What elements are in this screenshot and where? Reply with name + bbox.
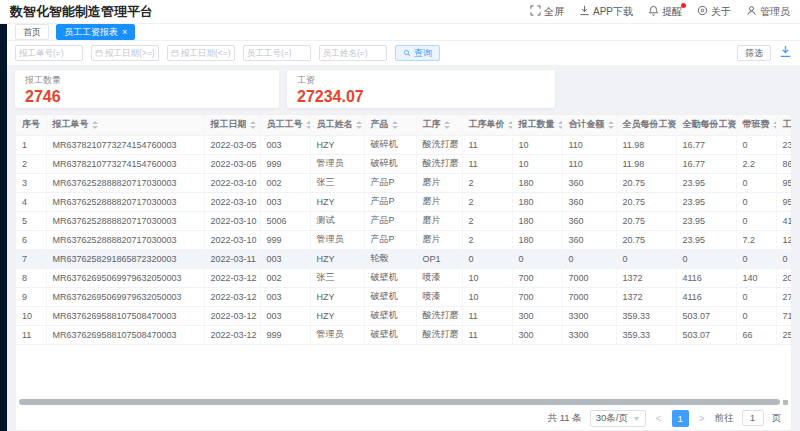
cell-all-amount: 3300 (562, 325, 616, 344)
table-row[interactable]: 11MR63762695881075084700032022-03-12999管… (16, 325, 792, 344)
page-size-select[interactable]: 30条/页 ▼ (590, 410, 646, 427)
sort-icon[interactable] (356, 121, 362, 129)
stat-value: 27234.07 (297, 88, 545, 106)
cell-process: 磨片 (416, 173, 462, 192)
cell-report-qty: 10 (512, 135, 562, 154)
horizontal-scrollbar[interactable] (16, 398, 791, 406)
sort-icon[interactable] (306, 121, 311, 129)
topmenu-item-app-download[interactable]: APP下载 (579, 5, 633, 19)
cell-report-qty: 300 (512, 325, 562, 344)
table-row[interactable]: 4MR63762528888207170300032022-03-10003HZ… (16, 192, 792, 211)
about-icon (697, 5, 708, 18)
sort-icon[interactable] (392, 121, 398, 129)
cell-seq: 11 (16, 325, 46, 344)
filter-button[interactable]: 筛选 (737, 45, 771, 61)
cell-salary: 126.95 (776, 230, 792, 249)
cell-emp-name: HZY (310, 135, 364, 154)
cell-all-amount: 360 (562, 192, 616, 211)
table-row[interactable]: 7MR63762582918658723200032022-03-11003HZ… (16, 249, 792, 268)
table-row[interactable]: 6MR63762528888207170300032022-03-10999管理… (16, 230, 792, 249)
topmenu-item-fullscreen[interactable]: 全屏 (530, 5, 564, 19)
col-lead-fee[interactable]: 带班费 (736, 115, 776, 135)
export-download-button[interactable] (779, 44, 792, 62)
cell-salary: 2581.35 (776, 325, 792, 344)
prev-page-button[interactable]: < (654, 413, 664, 424)
query-button-label: 查询 (414, 47, 432, 60)
table-row[interactable]: 10MR63762695881075084700032022-03-12003H… (16, 306, 792, 325)
col-full-attend-piece-salary[interactable]: 全勤每份工资 (676, 115, 736, 135)
cell-seq: 2 (16, 154, 46, 173)
sort-icon[interactable] (558, 121, 563, 129)
sort-icon[interactable] (444, 121, 450, 129)
tab-salary-report[interactable]: 员工工资报表× (56, 24, 135, 40)
sort-icon[interactable] (608, 121, 614, 129)
employee-no-input[interactable] (247, 48, 307, 58)
next-page-button[interactable]: > (697, 413, 707, 424)
cell-report-date: 2022-03-11 (204, 249, 260, 268)
col-product[interactable]: 产品 (364, 115, 416, 135)
col-all-amount[interactable]: 合计金额 (562, 115, 616, 135)
col-process[interactable]: 工序 (416, 115, 462, 135)
table-row[interactable]: 9MR637626950699796320500032022-03-12003H… (16, 287, 792, 306)
cell-unit-price: 11 (462, 325, 512, 344)
cell-report-date: 2022-03-10 (204, 173, 260, 192)
report-date-from-input[interactable] (105, 48, 155, 58)
column-label: 报工数量 (519, 119, 555, 129)
table-row[interactable]: 3MR63762528888207170300032022-03-10002张三… (16, 173, 792, 192)
topmenu-item-bell[interactable]: 提醒 (648, 5, 682, 19)
page-number-1[interactable]: 1 (672, 410, 689, 427)
cell-salary: 95.8 (776, 192, 792, 211)
collapsed-sidebar[interactable] (0, 24, 7, 431)
goto-label: 前往 (715, 412, 734, 425)
cell-all-amount: 360 (562, 173, 616, 192)
filter-bar: 查询 筛选 (7, 41, 800, 65)
cell-product: 破壁机 (364, 268, 416, 287)
topmenu-item-user[interactable]: 管理员 (746, 5, 790, 19)
query-button[interactable]: 查询 (395, 45, 440, 61)
cell-emp-name: 张三 (310, 173, 364, 192)
table-row[interactable]: 2MR63782107732741547600032022-03-05999管理… (16, 154, 792, 173)
page-size-value: 30条/页 (596, 412, 628, 425)
col-report-qty[interactable]: 报工数量 (512, 115, 562, 135)
cell-report-no: MR6376269588107508470003 (46, 306, 204, 325)
sort-icon[interactable] (508, 121, 513, 129)
col-salary[interactable]: 工资 (776, 115, 792, 135)
calendar-icon (95, 49, 103, 57)
report-date-to-input[interactable] (181, 48, 231, 58)
table-row[interactable]: 1MR63782107732741547600032022-03-05003HZ… (16, 135, 792, 154)
cell-emp-name: HZY (310, 249, 364, 268)
col-unit-price[interactable]: 工序单价 (462, 115, 512, 135)
col-all-member-piece-salary[interactable]: 全员每份工资 (616, 115, 676, 135)
goto-page-input[interactable] (742, 410, 764, 426)
cell-all-amount: 0 (562, 249, 616, 268)
sort-icon[interactable] (773, 121, 777, 129)
topmenu-item-about[interactable]: 关于 (697, 5, 731, 19)
col-emp-no[interactable]: 员工工号 (260, 115, 310, 135)
app-download-icon (579, 5, 590, 18)
col-report-date[interactable]: 报工日期 (204, 115, 260, 135)
report-no-input[interactable] (19, 48, 79, 58)
sort-icon[interactable] (92, 121, 98, 129)
scrollbar-thumb[interactable] (19, 399, 780, 405)
column-label: 全员每份工资 (623, 119, 677, 129)
cell-emp-no: 999 (260, 230, 310, 249)
tab-home[interactable]: 首页 (15, 24, 49, 40)
employee-name-input[interactable] (323, 48, 383, 58)
table-row[interactable]: 8MR637626950699796320500032022-03-12002张… (16, 268, 792, 287)
table-row[interactable]: 5MR63762528888207170300032022-03-105006测… (16, 211, 792, 230)
cell-process: 磨片 (416, 211, 462, 230)
column-label: 合计金额 (569, 119, 605, 129)
cell-full-attend-piece-salary: 23.95 (676, 173, 736, 192)
col-report-no[interactable]: 报工单号 (46, 115, 204, 135)
cell-product: 破碎机 (364, 154, 416, 173)
cell-unit-price: 10 (462, 287, 512, 306)
cell-report-qty: 700 (512, 268, 562, 287)
cell-report-qty: 180 (512, 173, 562, 192)
sort-icon[interactable] (250, 121, 256, 129)
filter-inputs-group (15, 45, 387, 61)
column-label: 报工单号 (53, 119, 89, 129)
col-emp-name[interactable]: 员工姓名 (310, 115, 364, 135)
cell-report-no: MR6376252888820717030003 (46, 211, 204, 230)
tab-close-icon[interactable]: × (122, 28, 127, 37)
cell-report-no: MR6378210773274154760003 (46, 154, 204, 173)
